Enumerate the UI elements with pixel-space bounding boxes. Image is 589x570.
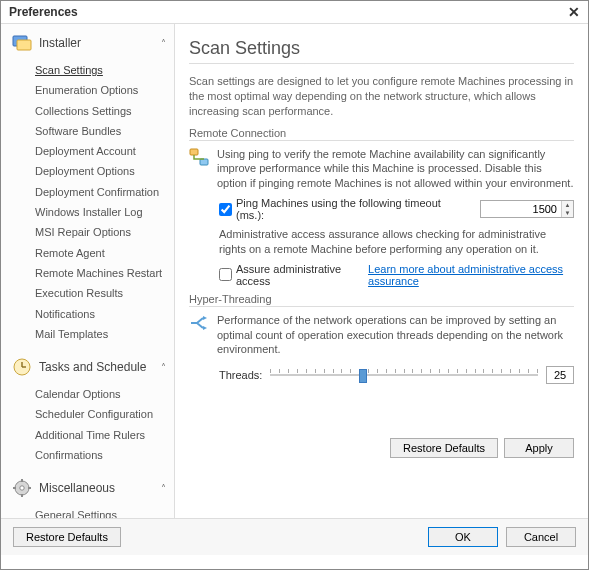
sidebar-item-enumeration-options[interactable]: Enumeration Options: [1, 80, 174, 100]
section-tasks-schedule[interactable]: Tasks and Schedule ˄: [1, 352, 174, 382]
sidebar-item-additional-time-rulers[interactable]: Additional Time Rulers: [1, 425, 174, 445]
threads-slider[interactable]: [270, 365, 538, 385]
admin-note: Administrative access assurance allows c…: [219, 227, 574, 257]
ping-timeout-input[interactable]: [481, 201, 561, 217]
sidebar-item-notifications[interactable]: Notifications: [1, 304, 174, 324]
sidebar-item-remote-machines-restart[interactable]: Remote Machines Restart: [1, 263, 174, 283]
ping-checkbox[interactable]: [219, 203, 232, 216]
assure-checkbox[interactable]: [219, 268, 232, 281]
svg-marker-13: [203, 316, 207, 320]
restore-defaults-button[interactable]: Restore Defaults: [390, 438, 498, 458]
slider-thumb[interactable]: [359, 369, 367, 383]
sidebar-item-remote-agent[interactable]: Remote Agent: [1, 243, 174, 263]
page-description: Scan settings are designed to let you co…: [189, 74, 574, 119]
ping-timeout-spinner[interactable]: ▲▼: [480, 200, 574, 218]
sidebar-item-collections-settings[interactable]: Collections Settings: [1, 101, 174, 121]
sidebar-item-deployment-account[interactable]: Deployment Account: [1, 141, 174, 161]
clock-icon: [11, 356, 33, 378]
sidebar-item-calendar-options[interactable]: Calendar Options: [1, 384, 174, 404]
assure-label: Assure administrative access: [236, 263, 354, 287]
svg-rect-1: [17, 40, 31, 50]
page-title: Scan Settings: [189, 38, 574, 64]
spin-up-icon[interactable]: ▲: [562, 201, 573, 209]
close-icon[interactable]: ✕: [568, 5, 580, 19]
svg-point-6: [20, 486, 24, 490]
section-installer[interactable]: Installer ˄: [1, 28, 174, 58]
sidebar-item-general-settings[interactable]: General Settings: [1, 505, 174, 518]
svg-marker-14: [203, 326, 207, 330]
svg-rect-11: [190, 149, 198, 155]
sidebar-item-software-bundles[interactable]: Software Bundles: [1, 121, 174, 141]
threads-input[interactable]: [546, 366, 574, 384]
ok-button[interactable]: OK: [428, 527, 498, 547]
sidebar-item-msi-repair-options[interactable]: MSI Repair Options: [1, 222, 174, 242]
cancel-button[interactable]: Cancel: [506, 527, 576, 547]
ping-label: Ping Machines using the following timeou…: [236, 197, 470, 221]
sidebar-item-deployment-confirmation[interactable]: Deployment Confirmation: [1, 182, 174, 202]
group-remote-connection: Remote Connection: [189, 127, 574, 141]
gear-icon: [11, 477, 33, 499]
section-label: Miscellaneous: [39, 481, 115, 495]
sidebar-item-windows-installer-log[interactable]: Windows Installer Log: [1, 202, 174, 222]
learn-more-link[interactable]: Learn more about administrative access a…: [368, 263, 574, 287]
chevron-up-icon: ˄: [161, 38, 166, 49]
section-label: Tasks and Schedule: [39, 360, 146, 374]
sidebar-item-execution-results[interactable]: Execution Results: [1, 283, 174, 303]
sidebar-item-mail-templates[interactable]: Mail Templates: [1, 324, 174, 344]
hyper-note: Performance of the network operations ca…: [217, 313, 574, 358]
svg-rect-12: [200, 159, 208, 165]
apply-button[interactable]: Apply: [504, 438, 574, 458]
section-label: Installer: [39, 36, 81, 50]
section-miscellaneous[interactable]: Miscellaneous ˄: [1, 473, 174, 503]
installer-icon: [11, 32, 33, 54]
sidebar-item-confirmations[interactable]: Confirmations: [1, 445, 174, 465]
restore-defaults-global-button[interactable]: Restore Defaults: [13, 527, 121, 547]
remote-note: Using ping to verify the remote Machine …: [217, 147, 574, 192]
threads-label: Threads:: [219, 369, 262, 381]
spin-down-icon[interactable]: ▼: [562, 209, 573, 217]
sidebar-item-scheduler-configuration[interactable]: Scheduler Configuration: [1, 404, 174, 424]
chevron-up-icon: ˄: [161, 362, 166, 373]
window-title: Preferences: [9, 5, 78, 19]
network-icon: [189, 147, 209, 167]
branch-icon: [189, 313, 209, 333]
main-panel: Scan Settings Scan settings are designed…: [175, 24, 588, 518]
group-hyper-threading: Hyper-Threading: [189, 293, 574, 307]
sidebar-item-deployment-options[interactable]: Deployment Options: [1, 161, 174, 181]
chevron-up-icon: ˄: [161, 483, 166, 494]
sidebar: Installer ˄ Scan Settings Enumeration Op…: [1, 24, 175, 518]
sidebar-item-scan-settings[interactable]: Scan Settings: [1, 60, 174, 80]
